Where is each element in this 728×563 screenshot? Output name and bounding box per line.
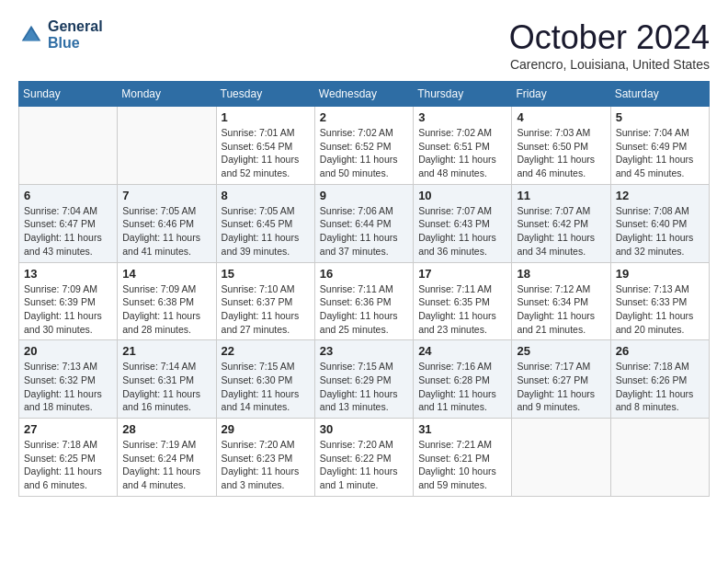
weekday-header: Tuesday: [216, 82, 314, 107]
day-info: Sunrise: 7:09 AMSunset: 6:38 PMDaylight:…: [122, 282, 210, 337]
calendar-cell: 29Sunrise: 7:20 AMSunset: 6:23 PMDayligh…: [216, 419, 314, 497]
calendar-cell: [512, 419, 610, 497]
day-number: 21: [122, 344, 210, 358]
day-number: 29: [222, 422, 310, 436]
day-info: Sunrise: 7:04 AMSunset: 6:49 PMDaylight:…: [616, 126, 704, 180]
day-info: Sunrise: 7:07 AMSunset: 6:43 PMDaylight:…: [418, 204, 506, 259]
day-info: Sunrise: 7:19 AMSunset: 6:24 PMDaylight:…: [122, 438, 210, 492]
day-number: 8: [222, 189, 310, 202]
day-info: Sunrise: 7:20 AMSunset: 6:22 PMDaylight:…: [320, 438, 408, 492]
day-number: 19: [616, 267, 704, 281]
day-number: 14: [122, 267, 210, 281]
calendar-cell: 28Sunrise: 7:19 AMSunset: 6:24 PMDayligh…: [118, 419, 216, 497]
calendar-cell: 1Sunrise: 7:01 AMSunset: 6:54 PMDaylight…: [216, 107, 314, 185]
day-number: 30: [320, 422, 408, 436]
day-number: 25: [517, 344, 605, 358]
day-info: Sunrise: 7:03 AMSunset: 6:50 PMDaylight:…: [517, 126, 605, 180]
calendar-cell: 5Sunrise: 7:04 AMSunset: 6:49 PMDaylight…: [610, 107, 709, 185]
day-number: 4: [517, 110, 605, 124]
day-number: 12: [616, 189, 704, 202]
calendar-cell: [118, 107, 216, 185]
day-info: Sunrise: 7:15 AMSunset: 6:29 PMDaylight:…: [320, 360, 408, 414]
calendar-cell: 13Sunrise: 7:09 AMSunset: 6:39 PMDayligh…: [19, 262, 118, 340]
day-info: Sunrise: 7:12 AMSunset: 6:34 PMDaylight:…: [517, 282, 605, 337]
day-info: Sunrise: 7:13 AMSunset: 6:32 PMDaylight:…: [24, 360, 112, 414]
day-info: Sunrise: 7:11 AMSunset: 6:36 PMDaylight:…: [320, 282, 408, 337]
day-number: 6: [24, 189, 112, 202]
day-number: 27: [24, 422, 112, 436]
calendar-cell: 3Sunrise: 7:02 AMSunset: 6:51 PMDaylight…: [414, 107, 512, 185]
calendar-cell: 19Sunrise: 7:13 AMSunset: 6:33 PMDayligh…: [610, 262, 709, 340]
calendar-table: SundayMondayTuesdayWednesdayThursdayFrid…: [18, 81, 710, 497]
day-number: 17: [418, 267, 506, 281]
weekday-header: Wednesday: [314, 82, 413, 107]
day-number: 2: [320, 110, 408, 124]
day-info: Sunrise: 7:10 AMSunset: 6:37 PMDaylight:…: [222, 282, 310, 337]
calendar-cell: 16Sunrise: 7:11 AMSunset: 6:36 PMDayligh…: [314, 262, 413, 340]
logo-icon: [18, 22, 44, 48]
day-number: 7: [122, 189, 210, 202]
day-info: Sunrise: 7:08 AMSunset: 6:40 PMDaylight:…: [616, 204, 704, 259]
day-number: 10: [418, 189, 506, 202]
calendar-cell: 18Sunrise: 7:12 AMSunset: 6:34 PMDayligh…: [512, 262, 610, 340]
logo: General Blue: [18, 18, 103, 51]
calendar-cell: 22Sunrise: 7:15 AMSunset: 6:30 PMDayligh…: [216, 340, 314, 419]
day-info: Sunrise: 7:18 AMSunset: 6:26 PMDaylight:…: [616, 360, 704, 414]
calendar-cell: 14Sunrise: 7:09 AMSunset: 6:38 PMDayligh…: [118, 262, 216, 340]
weekday-header: Friday: [512, 82, 610, 107]
day-info: Sunrise: 7:05 AMSunset: 6:46 PMDaylight:…: [122, 204, 210, 259]
day-number: 11: [517, 189, 605, 202]
day-number: 18: [517, 267, 605, 281]
day-info: Sunrise: 7:15 AMSunset: 6:30 PMDaylight:…: [222, 360, 310, 414]
day-info: Sunrise: 7:17 AMSunset: 6:27 PMDaylight:…: [517, 360, 605, 414]
day-number: 16: [320, 267, 408, 281]
calendar-cell: 7Sunrise: 7:05 AMSunset: 6:46 PMDaylight…: [118, 184, 216, 262]
day-info: Sunrise: 7:13 AMSunset: 6:33 PMDaylight:…: [616, 282, 704, 337]
day-number: 15: [222, 267, 310, 281]
calendar-cell: 12Sunrise: 7:08 AMSunset: 6:40 PMDayligh…: [610, 184, 709, 262]
day-info: Sunrise: 7:05 AMSunset: 6:45 PMDaylight:…: [222, 204, 310, 259]
month-title: October 2024: [509, 18, 710, 57]
day-number: 31: [418, 422, 506, 436]
day-info: Sunrise: 7:21 AMSunset: 6:21 PMDaylight:…: [418, 438, 506, 492]
day-number: 13: [24, 267, 112, 281]
day-info: Sunrise: 7:18 AMSunset: 6:25 PMDaylight:…: [24, 438, 112, 492]
day-number: 1: [222, 110, 310, 124]
weekday-header: Sunday: [19, 82, 118, 107]
day-number: 24: [418, 344, 506, 358]
calendar-cell: 10Sunrise: 7:07 AMSunset: 6:43 PMDayligh…: [414, 184, 512, 262]
day-number: 5: [616, 110, 704, 124]
day-number: 20: [24, 344, 112, 358]
weekday-header: Monday: [118, 82, 216, 107]
day-info: Sunrise: 7:14 AMSunset: 6:31 PMDaylight:…: [122, 360, 210, 414]
calendar-cell: 8Sunrise: 7:05 AMSunset: 6:45 PMDaylight…: [216, 184, 314, 262]
day-number: 9: [320, 189, 408, 202]
calendar-cell: 15Sunrise: 7:10 AMSunset: 6:37 PMDayligh…: [216, 262, 314, 340]
day-info: Sunrise: 7:01 AMSunset: 6:54 PMDaylight:…: [222, 126, 310, 180]
calendar-cell: 25Sunrise: 7:17 AMSunset: 6:27 PMDayligh…: [512, 340, 610, 419]
page-header: General Blue October 2024 Carencro, Loui…: [18, 18, 710, 72]
day-number: 26: [616, 344, 704, 358]
day-info: Sunrise: 7:02 AMSunset: 6:51 PMDaylight:…: [418, 126, 506, 180]
day-info: Sunrise: 7:06 AMSunset: 6:44 PMDaylight:…: [320, 204, 408, 259]
calendar-cell: 31Sunrise: 7:21 AMSunset: 6:21 PMDayligh…: [414, 419, 512, 497]
calendar-cell: 4Sunrise: 7:03 AMSunset: 6:50 PMDaylight…: [512, 107, 610, 185]
calendar-cell: 27Sunrise: 7:18 AMSunset: 6:25 PMDayligh…: [19, 419, 118, 497]
location: Carencro, Louisiana, United States: [509, 57, 710, 72]
day-info: Sunrise: 7:09 AMSunset: 6:39 PMDaylight:…: [24, 282, 112, 337]
day-info: Sunrise: 7:20 AMSunset: 6:23 PMDaylight:…: [222, 438, 310, 492]
calendar-cell: 26Sunrise: 7:18 AMSunset: 6:26 PMDayligh…: [610, 340, 709, 419]
calendar-cell: 2Sunrise: 7:02 AMSunset: 6:52 PMDaylight…: [314, 107, 413, 185]
day-info: Sunrise: 7:02 AMSunset: 6:52 PMDaylight:…: [320, 126, 408, 180]
calendar-cell: [610, 419, 709, 497]
day-info: Sunrise: 7:07 AMSunset: 6:42 PMDaylight:…: [517, 204, 605, 259]
calendar-cell: 6Sunrise: 7:04 AMSunset: 6:47 PMDaylight…: [19, 184, 118, 262]
day-number: 3: [418, 110, 506, 124]
calendar-cell: 17Sunrise: 7:11 AMSunset: 6:35 PMDayligh…: [414, 262, 512, 340]
calendar-cell: 30Sunrise: 7:20 AMSunset: 6:22 PMDayligh…: [314, 419, 413, 497]
day-info: Sunrise: 7:11 AMSunset: 6:35 PMDaylight:…: [418, 282, 506, 337]
calendar-cell: 11Sunrise: 7:07 AMSunset: 6:42 PMDayligh…: [512, 184, 610, 262]
calendar-cell: 21Sunrise: 7:14 AMSunset: 6:31 PMDayligh…: [118, 340, 216, 419]
logo-text: General Blue: [48, 18, 103, 51]
weekday-header: Thursday: [414, 82, 512, 107]
